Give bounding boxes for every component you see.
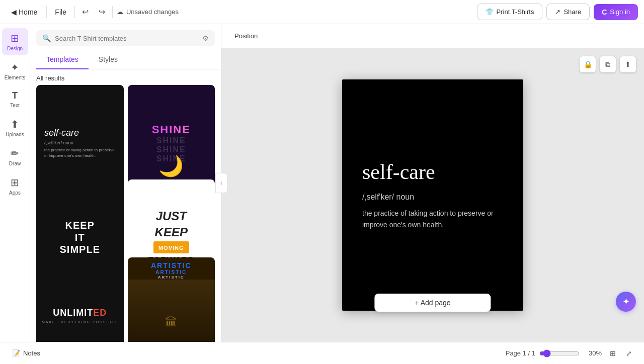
add-page-button[interactable]: + Add page [374,294,491,312]
tmpl-title-artistic3: ARTISTIC [158,275,185,280]
template-card-unlimited[interactable]: UNlimitED MAKE EVERYTHING POSSIBLE [36,257,124,342]
bottombar-right: Page 1 / 1 30% ⊞ ⤢ [506,346,636,360]
panel-hide-button[interactable]: ‹ [215,173,227,193]
filter-button[interactable]: ⚙ [202,34,209,42]
tmpl-title-shine: SHINE [152,123,191,136]
uploads-label: Uploads [6,132,24,137]
sidebar-item-elements[interactable]: ✦ Elements [2,57,28,84]
canvas-toolbar: Position [221,24,644,48]
tmpl-keep: KEEP [155,225,188,239]
canvas-workspace[interactable]: 🔒 ⧉ ⬆ self-care /ˌself'ker/ noun the pra… [221,48,644,342]
results-label: All results [30,69,221,85]
elements-label: Elements [5,75,26,80]
tmpl-title-artistic: ARTISTIC [151,261,192,269]
elements-icon: ✦ [11,61,19,73]
shirt-icon: 👕 [486,8,494,16]
topbar: ◀ Home File ↩ ↪ ☁ Unsaved changes 👕 Prin… [0,0,644,24]
magic-icon: ✦ [622,296,630,307]
sidebar-item-apps[interactable]: ⊞ Apps [2,172,28,200]
cloud-icon: ☁ [117,8,123,16]
more-tool-button[interactable]: ⬆ [620,56,636,72]
tab-styles[interactable]: Styles [89,50,128,69]
canvas-float-tools: 🔒 ⧉ ⬆ [580,56,636,72]
duplicate-tool-button[interactable]: ⧉ [600,56,616,72]
tmpl-artistic-image: 🏛 [128,280,215,342]
chevron-left-small-icon: ‹ [220,179,222,187]
signin-button[interactable]: C Sign in [594,4,638,20]
apps-label: Apps [9,190,21,196]
unsaved-changes: ☁ Unsaved changes [117,8,179,16]
notes-button[interactable]: 📝 Notes [8,347,44,359]
share-label: Share [564,8,581,16]
bottombar-left: 📝 Notes [8,347,500,359]
file-label[interactable]: File [51,6,70,18]
nav-separator-2 [74,6,75,18]
tmpl-sub-selfcare: /ˌself'ker/ noun [44,140,116,145]
draw-icon: ✏ [11,147,19,159]
sidebar-item-design[interactable]: ⊞ Design [2,28,28,55]
page-indicator: Page 1 / 1 [506,349,535,357]
sidebar-item-uploads[interactable]: ⬆ Uploads [2,114,28,141]
design-icon: ⊞ [11,32,19,44]
design-label: Design [7,46,23,51]
magic-button[interactable]: ✦ [616,292,636,312]
moon-icon: 🌙 [158,154,184,178]
unsaved-label: Unsaved changes [126,8,179,16]
document-phonetic: /ˌself'ker/ noun [362,192,503,202]
fullscreen-button[interactable]: ⤢ [622,346,636,360]
zoom-percentage: 30% [584,349,602,357]
zoom-slider[interactable] [539,349,580,357]
tmpl-just: JUST [156,209,187,223]
position-toolbar-item[interactable]: Position [229,29,263,43]
redo-button[interactable]: ↪ [96,4,108,20]
print-tshirts-button[interactable]: 👕 Print T-Shirts [477,4,543,20]
sidebar-item-text[interactable]: T Text [2,86,28,112]
view-buttons: ⊞ ⤢ [606,346,636,360]
tmpl-title-artistic2: ARTISTIC [155,269,187,275]
tmpl-desc-selfcare: the practice of taking action to preserv… [44,147,116,158]
more-icon: ⬆ [625,60,631,68]
text-label: Text [10,103,19,108]
lock-tool-button[interactable]: 🔒 [580,56,596,72]
zoom-control [539,349,580,357]
text-icon: T [12,90,18,101]
document-definition: the practice of taking action to preserv… [362,208,503,230]
tmpl-title-selfcare: self-care [44,128,116,138]
topbar-left: ◀ Home File ↩ ↪ ☁ Unsaved changes [6,4,473,20]
notes-icon: 📝 [12,349,20,357]
sidebar-item-draw[interactable]: ✏ Draw [2,143,28,170]
bottombar: 📝 Notes Page 1 / 1 30% ⊞ ⤢ [0,342,644,364]
tmpl-sub-unlimited: MAKE EVERYTHING POSSIBLE [42,320,118,324]
tmpl-move-badge: MOVING [153,241,189,253]
back-home-button[interactable]: ◀ Home [6,5,42,19]
search-icon: 🔍 [42,34,51,42]
template-card-artistic[interactable]: ARTISTIC ARTISTIC ARTISTIC 🏛 GREAT APPAR… [128,257,215,342]
lock-icon: 🔒 [584,60,592,68]
tmpl-ghost-shine: SHINE [156,136,186,145]
apps-icon: ⊞ [11,176,19,189]
tmpl-title-keep: KEEPITSIMPLE [60,219,100,255]
document-title: self-care [362,160,503,184]
tab-templates[interactable]: Templates [36,50,89,69]
panel-tabs: Templates Styles [30,50,221,69]
panel-search-section: 🔍 ⚙ [30,24,221,50]
tmpl-ghost-shine2: SHINE [156,145,186,154]
tmpl-badge-text: MOVING [158,245,184,251]
undo-button[interactable]: ↩ [79,4,92,20]
canva-icon: C [602,8,607,16]
share-button[interactable]: ↗ Share [546,4,590,20]
home-label: Home [19,8,37,16]
canvas-document[interactable]: self-care /ˌself'ker/ noun the practice … [342,79,523,311]
templates-grid: self-care /ˌself'ker/ noun the practice … [30,85,221,342]
nav-separator [46,6,47,18]
search-input[interactable] [55,35,198,42]
panel-wrapper: 🔍 ⚙ Templates Styles All results [30,24,221,342]
draw-label: Draw [9,161,21,166]
tmpl-title-unlimited: UNlimitED [53,308,107,318]
duplicate-icon: ⧉ [605,60,610,69]
print-label: Print T-Shirts [497,8,534,16]
nav-separator-3 [112,6,113,18]
canvas-area: Position 🔒 ⧉ ⬆ self-care /ˌself'ker/ nou… [221,24,644,342]
uploads-icon: ⬆ [11,118,19,130]
grid-view-button[interactable]: ⊞ [606,346,620,360]
